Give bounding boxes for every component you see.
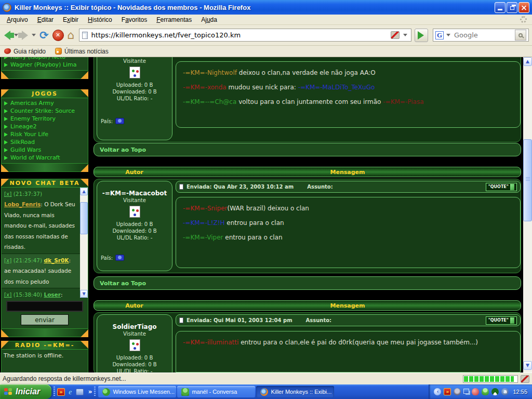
sidebar-link[interactable]: World of Warcraft [2, 154, 88, 162]
tray-heart-icon[interactable] [472, 388, 479, 395]
flashget-icon[interactable]: » [57, 388, 65, 396]
blocked-popup-icon[interactable] [391, 31, 400, 39]
sidebar-link[interactable]: SilkRoad [2, 138, 88, 146]
arrow-icon [4, 109, 8, 113]
menu-editar[interactable]: Editar [33, 15, 58, 24]
country-row: País: [101, 118, 124, 124]
chat-close-link[interactable]: [x] [4, 291, 11, 298]
quote-button[interactable]: "QUOTE" [486, 183, 517, 191]
page-scrollbar[interactable]: ▲ ▼ [523, 57, 532, 373]
post-subject-label: Assunto: [306, 317, 332, 323]
sidebar-link[interactable]: Lineage2 [2, 123, 88, 130]
scroll-thumb[interactable] [523, 139, 532, 221]
close-button[interactable] [518, 2, 529, 13]
minimize-button[interactable] [495, 2, 506, 13]
firefox-icon [260, 388, 268, 396]
taskbar-button[interactable]: manél - Conversa [177, 386, 255, 397]
menu-histórico[interactable]: Histórico [83, 15, 117, 24]
chat-message: [x] (15:38:40) Loser: Darará [2, 288, 80, 298]
jogos-list: Americas ArmyCounter Strike: SourceEnemy… [1, 98, 88, 163]
sidebar-link[interactable]: Guild Wars [2, 146, 88, 154]
author-name[interactable]: SoldierTiago [97, 323, 172, 330]
sidebar-radio-box: RADIO -=KM=- The station is offline. [1, 341, 88, 373]
forward-dropdown-icon[interactable] [32, 34, 36, 38]
stat-uploaded: Uploaded: 0 B [97, 82, 172, 88]
tray-a-icon[interactable]: a [501, 388, 509, 395]
chat-message-input[interactable] [6, 301, 83, 312]
chat-close-link[interactable]: [x] [4, 257, 11, 263]
search-input[interactable] [453, 31, 513, 39]
back-to-top-link[interactable]: Voltar ao Topo [94, 143, 521, 156]
start-button[interactable]: Iniciar [0, 384, 51, 399]
url-input[interactable] [90, 31, 388, 39]
quote-button[interactable]: "QUOTE" [486, 316, 517, 325]
sidebar-link[interactable]: Harry (Isopor) Neto [2, 57, 88, 61]
back-button[interactable] [3, 27, 11, 44]
tray-flashget-icon[interactable]: » [444, 388, 451, 395]
tray-collapse-icon[interactable]: ‹ [434, 388, 441, 395]
mail-icon[interactable] [76, 389, 84, 395]
go-button[interactable] [415, 29, 428, 42]
forward-button[interactable] [21, 27, 29, 44]
toolbar-grip[interactable] [94, 387, 96, 397]
taskbar-button[interactable]: Windows Live Messen... [98, 386, 176, 397]
author-name[interactable]: -=KM=-Macacobot [97, 190, 172, 197]
tray-antivirus-icon[interactable] [491, 388, 499, 395]
box-bottom-border [1, 328, 88, 337]
internet-explorer-icon[interactable]: e [69, 388, 72, 396]
url-dropdown-icon[interactable] [403, 34, 407, 38]
chat-scroll-thumb[interactable] [80, 202, 88, 234]
back-to-top-link[interactable]: Voltar ao Topo [94, 276, 521, 290]
author-name[interactable]: -=KM=-Macacobot [97, 57, 172, 58]
quick-launch-overflow-icon[interactable]: » [88, 388, 92, 395]
chat-close-link[interactable]: [x] [4, 191, 11, 197]
sidebar-link[interactable]: Wagner (Playboy) Lima [2, 61, 88, 69]
column-mensagem: Mensagem [175, 302, 521, 309]
bookmark-quick-guide[interactable]: Guia rápido [4, 48, 46, 55]
menu-bar: ArquivoEditarExibirHistóricoFavoritosFer… [0, 15, 532, 25]
menu-ferramentas[interactable]: Ferramentas [152, 15, 196, 24]
menu-favoritos[interactable]: Favoritos [117, 15, 152, 24]
menu-exibir[interactable]: Exibir [58, 15, 83, 24]
chat-scroll-down-icon[interactable]: ▼ [80, 290, 88, 298]
url-bar[interactable] [79, 29, 411, 42]
search-button[interactable] [515, 30, 526, 41]
chat-username[interactable]: dk_Sr0K [44, 257, 69, 263]
bookmark-latest-news[interactable]: Últimas notícias [55, 48, 109, 55]
chat-username[interactable]: Loser [44, 291, 60, 298]
stat-downloaded: Downloaded: 0 B [97, 361, 172, 368]
country-flag-icon [115, 255, 124, 261]
tray-headphones-icon[interactable] [454, 388, 461, 395]
taskbar: Iniciar » e » Windows Live Messen...mané… [0, 384, 532, 399]
taskbar-button[interactable]: Killer Monkeys :: Exibi... [256, 386, 334, 397]
sidebar-link[interactable]: Risk Your Life [2, 130, 88, 138]
toolbar-grip[interactable] [54, 387, 55, 397]
bookmark-icon [4, 48, 11, 54]
scroll-down-icon[interactable]: ▼ [523, 361, 532, 370]
sidebar-link[interactable]: Counter Strike: Source [2, 107, 88, 115]
tray-network-icon[interactable] [463, 389, 469, 394]
stop-button[interactable]: ✕ [51, 27, 65, 44]
sidebar-link[interactable]: Americas Army [2, 99, 88, 107]
restore-button[interactable] [507, 2, 517, 13]
chat-send-button[interactable]: enviar [21, 314, 69, 325]
reload-button[interactable]: ⟳ [38, 27, 50, 44]
chat-input-row [1, 298, 88, 313]
back-dropdown-icon[interactable] [14, 34, 18, 38]
sidebar-link-label: Americas Army [10, 100, 54, 107]
menu-ajuda[interactable]: Ajuda [196, 15, 222, 24]
page-icon [82, 32, 88, 39]
status-bar: Aguardando resposta de killermonkeys.net… [0, 373, 532, 384]
home-button[interactable]: ⌂ [66, 27, 76, 44]
search-box[interactable]: G [433, 29, 529, 42]
chat-scroll-up-icon[interactable]: ▲ [80, 188, 88, 195]
sidebar-link[interactable]: Enemy Territory [2, 115, 88, 123]
author-rank: Visitante [97, 197, 172, 203]
column-autor: Autor [94, 302, 175, 309]
scroll-up-icon[interactable]: ▲ [523, 57, 532, 66]
search-engine-dropdown-icon[interactable] [446, 34, 450, 38]
chat-username[interactable]: Lobo_Fenris [4, 201, 41, 207]
menu-arquivo[interactable]: Arquivo [2, 15, 33, 24]
chat-scrollbar[interactable]: ▲ ▼ [80, 188, 88, 298]
tray-messenger-icon[interactable] [482, 388, 489, 395]
